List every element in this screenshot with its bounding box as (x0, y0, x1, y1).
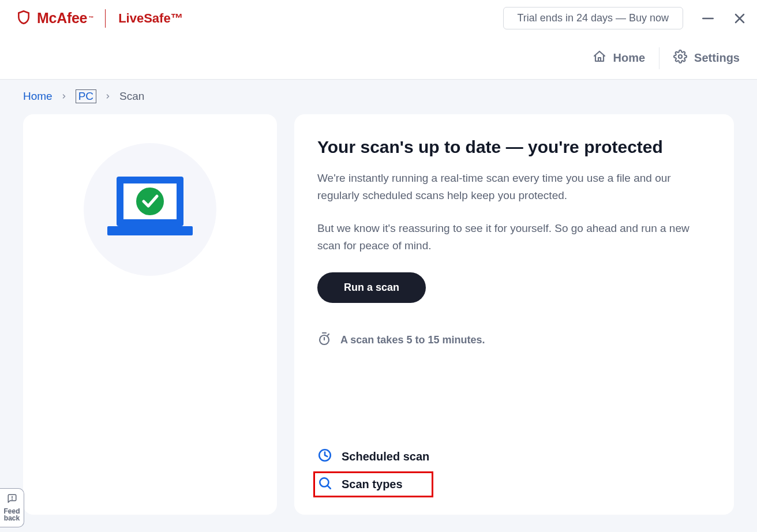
nav-home[interactable]: Home (593, 50, 646, 66)
status-card (23, 114, 277, 515)
feedback-icon (7, 493, 17, 504)
chevron-right-icon (104, 90, 111, 103)
gear-icon (673, 50, 687, 66)
main-content: Your scan's up to date — you're protecte… (0, 113, 757, 532)
stopwatch-icon (317, 332, 331, 349)
clock-icon (317, 448, 332, 466)
feedback-tab[interactable]: Feed back (0, 488, 24, 527)
page-title: Your scan's up to date — you're protecte… (317, 137, 711, 157)
svg-point-3 (679, 55, 682, 58)
status-circle (84, 143, 216, 276)
chevron-right-icon (61, 90, 68, 103)
scan-types-label: Scan types (342, 478, 403, 491)
header-nav: Home Settings (0, 37, 757, 80)
breadcrumb-current: Scan (119, 90, 144, 103)
svg-rect-6 (107, 226, 193, 235)
bottom-links: Scheduled scan Scan types (317, 448, 711, 497)
trial-buy-button[interactable]: Trial ends in 24 days — Buy now (503, 7, 683, 29)
search-icon (317, 475, 332, 493)
svg-point-7 (136, 188, 164, 215)
breadcrumb-home[interactable]: Home (23, 90, 53, 103)
description-2: But we know it's reassuring to see it fo… (317, 220, 711, 255)
nav-home-label: Home (613, 51, 646, 65)
scan-duration-info: A scan takes 5 to 15 minutes. (317, 332, 711, 349)
home-icon (593, 50, 606, 66)
svg-line-14 (328, 486, 331, 489)
svg-point-16 (12, 499, 12, 500)
breadcrumb-pc[interactable]: PC (76, 89, 96, 103)
nav-settings[interactable]: Settings (673, 50, 740, 66)
shield-icon (16, 10, 31, 27)
product-name: LiveSafe™ (118, 11, 183, 26)
nav-divider (659, 47, 659, 69)
brand-name: McAfee™ (37, 10, 93, 27)
scheduled-scan-link[interactable]: Scheduled scan (317, 448, 429, 466)
header-bar: McAfee™ LiveSafe™ Trial ends in 24 days … (0, 0, 757, 37)
description-1: We're instantly running a real-time scan… (317, 170, 711, 205)
laptop-protected-icon (104, 171, 196, 248)
breadcrumb: Home PC Scan (0, 80, 757, 113)
brand-logo: McAfee™ LiveSafe™ (16, 9, 183, 28)
svg-line-11 (328, 334, 329, 335)
feedback-label-2: back (2, 515, 21, 522)
run-scan-button[interactable]: Run a scan (317, 272, 426, 303)
minimize-icon[interactable] (700, 11, 715, 26)
nav-settings-label: Settings (694, 51, 740, 65)
scan-card: Your scan's up to date — you're protecte… (294, 114, 734, 515)
scheduled-scan-label: Scheduled scan (342, 450, 429, 463)
scan-duration-text: A scan takes 5 to 15 minutes. (340, 334, 485, 346)
brand-divider (105, 9, 106, 28)
close-icon[interactable] (733, 12, 747, 25)
scan-types-link[interactable]: Scan types (313, 471, 433, 497)
